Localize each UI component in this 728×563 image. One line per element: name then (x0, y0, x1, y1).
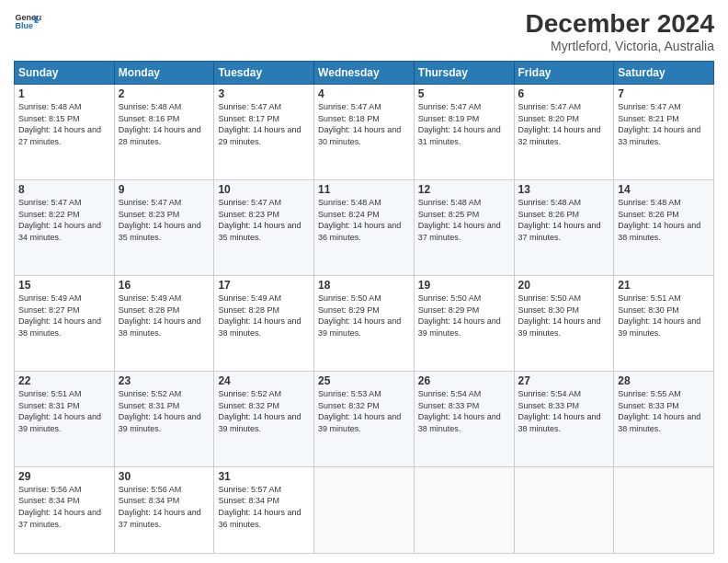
page: General Blue December 2024 Myrtleford, V… (0, 0, 728, 563)
day-info: Sunrise: 5:50 AMSunset: 8:29 PMDaylight:… (418, 293, 501, 338)
day-info: Sunrise: 5:48 AMSunset: 8:24 PMDaylight:… (318, 198, 401, 242)
day-number: 2 (119, 87, 210, 100)
table-row: 10 Sunrise: 5:47 AMSunset: 8:23 PMDaylig… (214, 179, 314, 275)
day-info: Sunrise: 5:47 AMSunset: 8:17 PMDaylight:… (218, 102, 301, 146)
day-info: Sunrise: 5:50 AMSunset: 8:30 PMDaylight:… (518, 293, 601, 338)
table-row: 14 Sunrise: 5:48 AMSunset: 8:26 PMDaylig… (614, 179, 714, 275)
col-friday: Friday (514, 62, 614, 85)
day-number: 7 (618, 87, 710, 100)
day-number: 13 (518, 183, 610, 196)
day-number: 10 (218, 183, 310, 196)
table-row: 17 Sunrise: 5:49 AMSunset: 8:28 PMDaylig… (214, 275, 314, 371)
day-number: 3 (218, 87, 310, 100)
day-info: Sunrise: 5:53 AMSunset: 8:32 PMDaylight:… (318, 389, 401, 433)
table-row: 7 Sunrise: 5:47 AMSunset: 8:21 PMDayligh… (614, 85, 714, 180)
day-info: Sunrise: 5:47 AMSunset: 8:23 PMDaylight:… (119, 198, 201, 242)
day-number: 16 (119, 279, 210, 292)
day-info: Sunrise: 5:48 AMSunset: 8:25 PMDaylight:… (418, 198, 501, 242)
col-saturday: Saturday (614, 62, 714, 85)
table-row (414, 466, 514, 553)
col-tuesday: Tuesday (214, 62, 314, 85)
table-row: 26 Sunrise: 5:54 AMSunset: 8:33 PMDaylig… (414, 371, 514, 466)
svg-text:Blue: Blue (16, 21, 34, 30)
day-number: 11 (318, 183, 410, 196)
table-row: 6 Sunrise: 5:47 AMSunset: 8:20 PMDayligh… (514, 85, 614, 180)
calendar-table: Sunday Monday Tuesday Wednesday Thursday… (14, 61, 714, 554)
day-number: 9 (119, 183, 210, 196)
table-row: 4 Sunrise: 5:47 AMSunset: 8:18 PMDayligh… (314, 85, 415, 180)
day-info: Sunrise: 5:50 AMSunset: 8:29 PMDaylight:… (318, 293, 401, 338)
table-row: 16 Sunrise: 5:49 AMSunset: 8:28 PMDaylig… (114, 275, 214, 371)
day-number: 5 (418, 87, 510, 100)
table-row: 11 Sunrise: 5:48 AMSunset: 8:24 PMDaylig… (314, 179, 415, 275)
col-wednesday: Wednesday (314, 62, 415, 85)
table-row: 15 Sunrise: 5:49 AMSunset: 8:27 PMDaylig… (15, 275, 115, 371)
subtitle: Myrtleford, Victoria, Australia (526, 39, 714, 53)
day-number: 6 (518, 87, 610, 100)
table-row (314, 466, 415, 553)
day-number: 15 (18, 279, 110, 292)
day-number: 14 (618, 183, 710, 196)
day-info: Sunrise: 5:48 AMSunset: 8:26 PMDaylight:… (618, 198, 700, 242)
day-number: 8 (18, 183, 110, 196)
day-number: 18 (318, 279, 410, 292)
day-number: 19 (418, 279, 510, 292)
day-info: Sunrise: 5:48 AMSunset: 8:16 PMDaylight:… (119, 102, 201, 146)
day-info: Sunrise: 5:47 AMSunset: 8:20 PMDaylight:… (518, 102, 601, 146)
header: General Blue December 2024 Myrtleford, V… (14, 9, 714, 53)
day-info: Sunrise: 5:47 AMSunset: 8:23 PMDaylight:… (218, 198, 301, 242)
title-block: December 2024 Myrtleford, Victoria, Aust… (526, 9, 714, 53)
table-row: 20 Sunrise: 5:50 AMSunset: 8:30 PMDaylig… (514, 275, 614, 371)
table-row: 2 Sunrise: 5:48 AMSunset: 8:16 PMDayligh… (114, 85, 214, 180)
day-info: Sunrise: 5:54 AMSunset: 8:33 PMDaylight:… (518, 389, 601, 433)
table-row: 28 Sunrise: 5:55 AMSunset: 8:33 PMDaylig… (614, 371, 714, 466)
day-number: 31 (218, 470, 310, 483)
table-row (514, 466, 614, 553)
main-title: December 2024 (526, 9, 714, 39)
table-row: 5 Sunrise: 5:47 AMSunset: 8:19 PMDayligh… (414, 85, 514, 180)
col-sunday: Sunday (15, 62, 115, 85)
day-info: Sunrise: 5:48 AMSunset: 8:26 PMDaylight:… (518, 198, 601, 242)
day-number: 23 (119, 374, 210, 387)
day-number: 29 (18, 470, 110, 483)
day-info: Sunrise: 5:52 AMSunset: 8:32 PMDaylight:… (218, 389, 301, 433)
day-number: 24 (218, 374, 310, 387)
logo: General Blue (14, 9, 41, 37)
table-row: 24 Sunrise: 5:52 AMSunset: 8:32 PMDaylig… (214, 371, 314, 466)
table-row: 9 Sunrise: 5:47 AMSunset: 8:23 PMDayligh… (114, 179, 214, 275)
table-row: 25 Sunrise: 5:53 AMSunset: 8:32 PMDaylig… (314, 371, 415, 466)
day-info: Sunrise: 5:57 AMSunset: 8:34 PMDaylight:… (218, 485, 301, 529)
day-info: Sunrise: 5:49 AMSunset: 8:28 PMDaylight:… (119, 293, 201, 338)
table-row: 22 Sunrise: 5:51 AMSunset: 8:31 PMDaylig… (15, 371, 115, 466)
table-row: 27 Sunrise: 5:54 AMSunset: 8:33 PMDaylig… (514, 371, 614, 466)
day-number: 12 (418, 183, 510, 196)
day-info: Sunrise: 5:54 AMSunset: 8:33 PMDaylight:… (418, 389, 501, 433)
day-info: Sunrise: 5:47 AMSunset: 8:22 PMDaylight:… (18, 198, 101, 242)
table-row: 13 Sunrise: 5:48 AMSunset: 8:26 PMDaylig… (514, 179, 614, 275)
day-number: 20 (518, 279, 610, 292)
day-number: 17 (218, 279, 310, 292)
day-info: Sunrise: 5:56 AMSunset: 8:34 PMDaylight:… (119, 485, 201, 529)
day-info: Sunrise: 5:48 AMSunset: 8:15 PMDaylight:… (18, 102, 101, 146)
day-info: Sunrise: 5:47 AMSunset: 8:18 PMDaylight:… (318, 102, 401, 146)
day-info: Sunrise: 5:52 AMSunset: 8:31 PMDaylight:… (119, 389, 201, 433)
table-row (614, 466, 714, 553)
day-number: 21 (618, 279, 710, 292)
table-row: 29 Sunrise: 5:56 AMSunset: 8:34 PMDaylig… (15, 466, 115, 553)
table-row: 8 Sunrise: 5:47 AMSunset: 8:22 PMDayligh… (15, 179, 115, 275)
day-info: Sunrise: 5:47 AMSunset: 8:19 PMDaylight:… (418, 102, 501, 146)
day-info: Sunrise: 5:51 AMSunset: 8:31 PMDaylight:… (18, 389, 101, 433)
calendar-header-row: Sunday Monday Tuesday Wednesday Thursday… (15, 62, 714, 85)
day-info: Sunrise: 5:49 AMSunset: 8:27 PMDaylight:… (18, 293, 101, 338)
day-info: Sunrise: 5:51 AMSunset: 8:30 PMDaylight:… (618, 293, 700, 338)
day-number: 22 (18, 374, 110, 387)
table-row: 21 Sunrise: 5:51 AMSunset: 8:30 PMDaylig… (614, 275, 714, 371)
day-number: 4 (318, 87, 410, 100)
table-row: 30 Sunrise: 5:56 AMSunset: 8:34 PMDaylig… (114, 466, 214, 553)
table-row: 3 Sunrise: 5:47 AMSunset: 8:17 PMDayligh… (214, 85, 314, 180)
table-row: 23 Sunrise: 5:52 AMSunset: 8:31 PMDaylig… (114, 371, 214, 466)
logo-icon: General Blue (14, 9, 41, 37)
col-thursday: Thursday (414, 62, 514, 85)
table-row: 18 Sunrise: 5:50 AMSunset: 8:29 PMDaylig… (314, 275, 415, 371)
col-monday: Monday (114, 62, 214, 85)
